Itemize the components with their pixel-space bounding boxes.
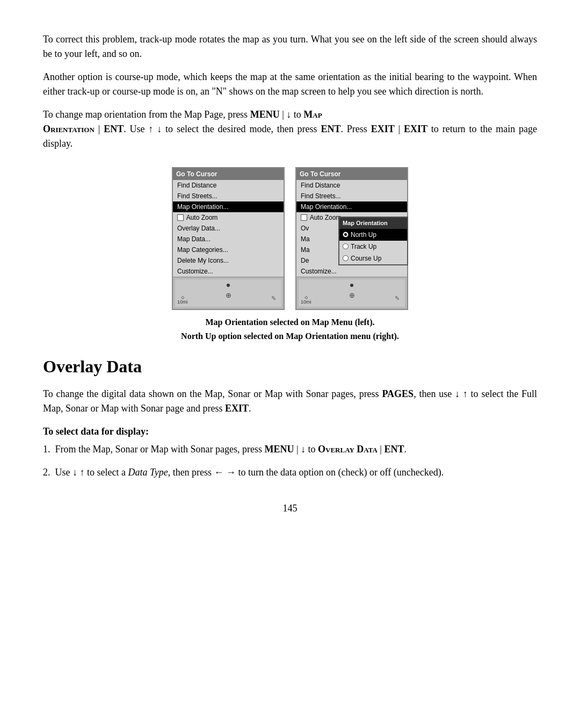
step1-overlay-label: Overlay Data <box>318 444 378 455</box>
overlay-paragraph-1: To change the digital data shown on the … <box>43 387 537 416</box>
left-customize: Customize... <box>173 266 284 277</box>
right-auto-zoom-checkbox <box>301 214 307 221</box>
left-find-distance: Find Distance <box>173 180 284 191</box>
ent-key-2: ENT <box>321 124 340 134</box>
left-map-marker: ✎ <box>271 294 276 303</box>
paragraph-3: To change map orientation from the Map P… <box>43 107 537 151</box>
left-menu-screenshot: Go To Cursor Find Distance Find Streets.… <box>172 167 285 310</box>
overlay-exit-key: EXIT <box>225 403 249 414</box>
paragraph-2: Another option is course-up mode, which … <box>43 70 537 99</box>
step1-ent-key: ENT <box>384 444 404 455</box>
pages-key: PAGES <box>382 388 414 399</box>
submenu-track-up: Track Up <box>339 241 407 253</box>
left-overlay-data: Overlay Data... <box>173 223 284 234</box>
section-title: Overlay Data <box>43 354 537 379</box>
track-up-label: Track Up <box>351 242 376 251</box>
north-up-label: North Up <box>351 230 376 240</box>
left-map-scale: 10mi <box>177 299 188 306</box>
left-map-categories: Map Categories... <box>173 244 284 255</box>
right-map-inner: ⬦ ⊕ ✎ 10mi <box>299 279 405 307</box>
data-type-label: Data Type <box>128 467 168 478</box>
right-map-scale: 10mi <box>301 299 311 306</box>
right-find-streets: Find Streets... <box>296 191 407 201</box>
subsection-title: To select data for display: <box>43 424 537 439</box>
right-find-distance: Find Distance <box>296 180 407 191</box>
menu-key: MENU <box>250 109 280 120</box>
step2: 2. Use ↓ ↑ to select a Data Type, then p… <box>43 465 537 480</box>
right-map-marker: ✎ <box>395 294 400 303</box>
submenu-title: Map Orientation <box>339 218 407 229</box>
course-up-label: Course Up <box>351 254 381 263</box>
left-menu-title: Go To Cursor <box>173 168 284 180</box>
left-auto-zoom: Auto Zoom <box>173 212 284 223</box>
left-map-data: Map Data... <box>173 234 284 244</box>
left-delete-icons: Delete My Icons... <box>173 255 284 266</box>
map-orientation-label: MapOrientation <box>43 109 322 134</box>
submenu-north-up: North Up <box>339 229 407 241</box>
right-customize: Customize... <box>296 266 407 277</box>
submenu-course-up: Course Up <box>339 253 407 264</box>
right-map-icon: ⊕ <box>349 290 355 301</box>
paragraph-1: To correct this problem, track-up mode r… <box>43 32 537 61</box>
auto-zoom-checkbox <box>177 214 184 221</box>
left-map-bottom: ⬦ ⊕ ✎ 10mi <box>173 277 284 309</box>
exit-key-1: EXIT <box>371 124 395 134</box>
left-map-dot <box>227 284 230 287</box>
figure-caption: Map Orientation selected on Map Menu (le… <box>43 315 537 343</box>
north-up-radio <box>343 232 349 237</box>
left-map-orientation: Map Orientation... <box>173 201 284 212</box>
track-up-radio <box>343 243 349 249</box>
exit-key-2: EXIT <box>404 124 427 134</box>
right-menu-title: Go To Cursor <box>296 168 407 180</box>
left-map-icon: ⊕ <box>226 290 231 301</box>
right-map-bottom: ⬦ ⊕ ✎ 10mi <box>296 277 407 309</box>
course-up-radio <box>343 255 349 261</box>
step1-menu-key: MENU <box>264 444 294 455</box>
step1: 1. From the Map, Sonar or Map with Sonar… <box>43 442 537 457</box>
right-map-dot <box>350 284 353 287</box>
left-map-inner: ⬦ ⊕ ✎ 10mi <box>175 279 281 307</box>
right-map-orientation: Map Orientation... <box>296 201 407 212</box>
page-number: 145 <box>43 501 537 516</box>
ent-key-1: ENT <box>104 124 124 134</box>
right-menu-screenshot: Go To Cursor Find Distance Find Streets.… <box>295 167 408 310</box>
left-find-streets: Find Streets... <box>173 191 284 201</box>
submenu-popup: Map Orientation North Up Track Up Course… <box>338 217 408 265</box>
figures-row: Go To Cursor Find Distance Find Streets.… <box>43 167 537 310</box>
